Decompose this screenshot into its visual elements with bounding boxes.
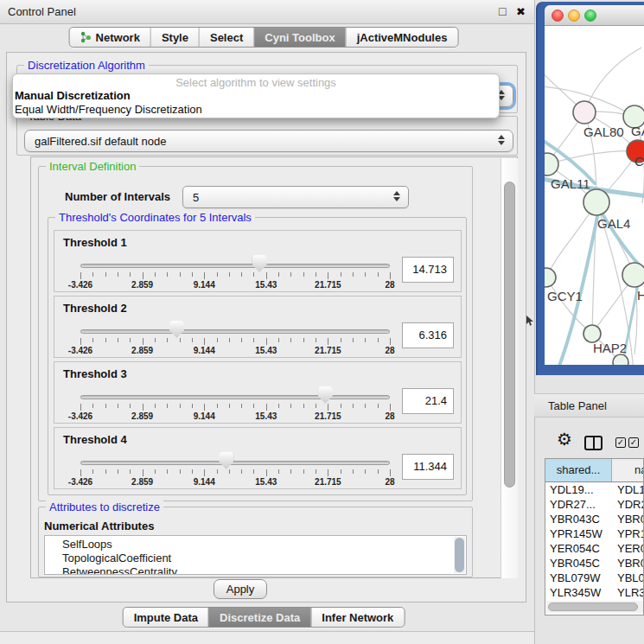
table-data-value: galFiltered.sif default node xyxy=(35,135,166,148)
float-window-icon[interactable]: □ xyxy=(499,4,506,18)
network-node[interactable] xyxy=(583,189,609,215)
threshold-2-value[interactable]: 6.316 xyxy=(402,322,454,348)
tick-mark xyxy=(80,272,81,279)
horizontal-scrollbar[interactable] xyxy=(546,601,643,613)
tick-mark xyxy=(229,404,230,408)
tick-mark xyxy=(353,338,354,342)
slider-track[interactable] xyxy=(80,264,390,268)
dropdown-option-manual[interactable]: Manual Discretization xyxy=(13,89,499,103)
tab-impute-data[interactable]: Impute Data xyxy=(124,608,208,627)
tick-mark xyxy=(390,272,391,279)
table-data-combobox[interactable]: galFiltered.sif default node xyxy=(24,130,513,152)
settings-scrollbar-thumb[interactable] xyxy=(504,182,515,488)
threshold-1-slider[interactable]: -3.4262.8599.14415.4321.71528 xyxy=(80,253,390,291)
checkbox-icon[interactable]: ✓ xyxy=(628,437,639,448)
tab-cyni-toolbox[interactable]: Cyni Toolbox xyxy=(253,28,345,47)
tick-mark xyxy=(167,469,168,474)
network-node[interactable] xyxy=(545,268,556,287)
tick-mark xyxy=(167,404,168,408)
table-row[interactable]: YBL079WYBL0 xyxy=(545,571,644,585)
slider-thumb[interactable] xyxy=(219,452,233,469)
close-traffic-light[interactable] xyxy=(552,10,564,22)
table-row[interactable]: YBR045CYBR0 xyxy=(545,556,644,571)
mouse-cursor xyxy=(526,316,534,326)
threshold-4-slider[interactable]: -3.4262.8599.14415.4321.71528 xyxy=(80,450,390,488)
close-icon[interactable]: ✖ xyxy=(516,5,526,18)
tab-select[interactable]: Select xyxy=(199,28,253,47)
attribute-list-item[interactable]: SelfLoops xyxy=(45,538,466,552)
tab-discretize-data[interactable]: Discretize Data xyxy=(208,608,310,627)
zoom-traffic-light[interactable] xyxy=(584,10,596,22)
list-scrollbar[interactable] xyxy=(454,537,465,573)
tab-infer-network[interactable]: Infer Network xyxy=(310,608,404,627)
number-of-intervals-combobox[interactable]: 5 xyxy=(182,186,409,208)
threshold-1-value[interactable]: 14.713 xyxy=(402,257,454,283)
table-row[interactable]: YLR345WYLR3 xyxy=(545,585,644,600)
threshold-2-slider[interactable]: -3.4262.8599.14415.4321.71528 xyxy=(80,319,390,357)
dropdown-option-equal-width[interactable]: Equal Width/Frequency Discretization xyxy=(13,103,499,117)
tick-mark xyxy=(328,404,328,411)
dropdown-prompt-option[interactable]: Select algorithm to view settings xyxy=(13,76,499,89)
apply-button[interactable]: Apply xyxy=(214,579,267,599)
attribute-list-item[interactable]: BetweennessCentrality xyxy=(45,565,466,575)
column-header-name[interactable]: na xyxy=(612,459,644,481)
tick-mark xyxy=(390,404,391,411)
network-node[interactable] xyxy=(622,263,644,287)
tick-label: 21.715 xyxy=(315,346,341,355)
tick-mark xyxy=(130,404,131,408)
numerical-attributes-list[interactable]: SelfLoopsTopologicalCoefficientBetweenne… xyxy=(44,535,467,575)
tab-cyni-toolbox-label: Cyni Toolbox xyxy=(265,31,335,44)
column-layout-icon[interactable] xyxy=(584,436,603,450)
threshold-2-label: Threshold 2 xyxy=(63,302,127,315)
horizontal-scrollbar-thumb[interactable] xyxy=(548,603,638,611)
attribute-list-item[interactable]: TopologicalCoefficient xyxy=(45,552,466,565)
slider-track[interactable] xyxy=(80,461,390,465)
tick-mark xyxy=(180,404,181,408)
threshold-row-3: Threshold 3 -3.4262.8599.14415.4321.7152… xyxy=(54,361,462,424)
table-row[interactable]: YPR145WYPR1 xyxy=(545,526,644,541)
table-row[interactable]: YDL19...YDL1 xyxy=(545,482,644,497)
tick-mark xyxy=(341,469,341,474)
tab-network[interactable]: Network xyxy=(70,28,150,47)
network-canvas[interactable]: GAL80GACGAL11GAL4GCY1HHAP2 xyxy=(545,26,644,365)
tick-mark xyxy=(155,404,156,408)
threshold-4-value[interactable]: 11.344 xyxy=(402,454,454,480)
tick-mark xyxy=(365,404,366,408)
tab-style[interactable]: Style xyxy=(150,28,199,47)
tab-discretize-data-label: Discretize Data xyxy=(220,611,300,624)
threshold-3-slider[interactable]: -3.4262.8599.14415.4321.71528 xyxy=(80,385,390,423)
slider-thumb[interactable] xyxy=(318,386,333,404)
tick-mark xyxy=(130,272,131,277)
table-row[interactable]: YBR043CYBR0 xyxy=(545,512,644,526)
table-row[interactable]: YDR27...YDR2 xyxy=(545,497,644,512)
tab-jactivemnodules[interactable]: jActiveMNodules xyxy=(346,28,458,47)
tick-label: 15.43 xyxy=(255,477,277,487)
network-node[interactable] xyxy=(613,354,628,365)
interval-definition-group: Interval Definition Number of Intervals … xyxy=(38,166,473,501)
network-node[interactable] xyxy=(583,325,601,342)
tick-mark xyxy=(290,469,291,474)
slider-tick-labels: -3.4262.8599.14415.4321.71528 xyxy=(80,477,390,488)
tick-mark xyxy=(303,338,304,342)
slider-track[interactable] xyxy=(80,329,390,334)
table-row[interactable]: YER054CYER0 xyxy=(545,541,644,556)
slider-thumb[interactable] xyxy=(252,255,267,272)
cyni-toolbox-panel: Discretization Algorithm Table Data galF… xyxy=(6,52,526,603)
tick-label: 28 xyxy=(385,346,394,355)
tick-mark xyxy=(118,338,118,342)
tick-mark xyxy=(390,469,391,476)
column-header-shared[interactable]: shared... xyxy=(545,459,612,481)
slider-track[interactable] xyxy=(80,395,390,399)
checkbox-icon[interactable]: ✓ xyxy=(615,437,626,448)
slider-thumb[interactable] xyxy=(169,321,184,338)
gear-icon[interactable]: ⚙ xyxy=(557,430,572,448)
network-node[interactable] xyxy=(545,153,558,175)
minimize-traffic-light[interactable] xyxy=(568,10,580,22)
settings-scrollbar-track[interactable] xyxy=(501,158,518,578)
threshold-4-label: Threshold 4 xyxy=(63,433,127,446)
threshold-3-value[interactable]: 21.4 xyxy=(402,388,454,414)
network-node[interactable] xyxy=(573,101,596,124)
tick-label: 2.859 xyxy=(131,411,153,421)
node-attribute-table[interactable]: shared... na YDL19...YDL1YDR27...YDR2YBR… xyxy=(545,458,644,615)
thresholds-group-title: Threshold's Coordinates for 5 Intervals xyxy=(55,211,255,224)
